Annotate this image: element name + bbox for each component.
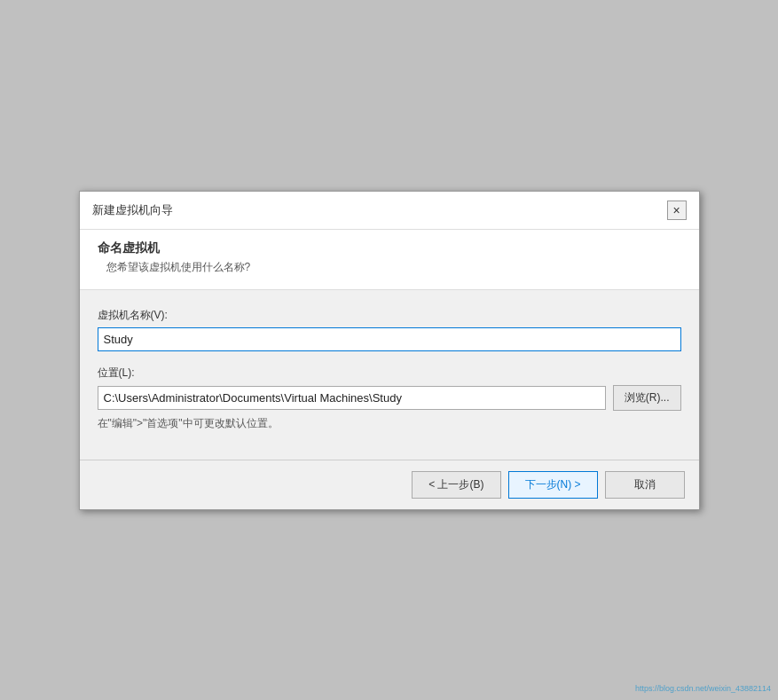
- cancel-button[interactable]: 取消: [605, 471, 685, 499]
- path-row: 浏览(R)...: [98, 385, 681, 411]
- vm-name-label: 虚拟机名称(V):: [98, 308, 681, 323]
- close-button[interactable]: ×: [667, 201, 687, 220]
- dialog-body: 虚拟机名称(V): 位置(L): 浏览(R)... 在"编辑">"首选项"中可更…: [80, 290, 699, 460]
- vm-name-group: 虚拟机名称(V):: [98, 308, 681, 351]
- dialog-overlay: 新建虚拟机向导 × 命名虚拟机 您希望该虚拟机使用什么名称? 虚拟机名称(V):…: [0, 0, 778, 700]
- next-button[interactable]: 下一步(N) >: [508, 471, 598, 499]
- watermark: https://blog.csdn.net/weixin_43882114: [635, 684, 771, 693]
- dialog-header: 命名虚拟机 您希望该虚拟机使用什么名称?: [80, 230, 699, 290]
- vm-name-input[interactable]: [98, 327, 681, 351]
- location-label: 位置(L):: [98, 366, 681, 381]
- new-vm-wizard-dialog: 新建虚拟机向导 × 命名虚拟机 您希望该虚拟机使用什么名称? 虚拟机名称(V):…: [79, 191, 700, 510]
- titlebar: 新建虚拟机向导 ×: [80, 192, 699, 230]
- location-input[interactable]: [98, 386, 606, 410]
- location-group: 位置(L): 浏览(R)... 在"编辑">"首选项"中可更改默认位置。: [98, 366, 681, 431]
- back-button[interactable]: < 上一步(B): [412, 471, 500, 499]
- header-subtitle: 您希望该虚拟机使用什么名称?: [106, 260, 681, 275]
- hint-text: 在"编辑">"首选项"中可更改默认位置。: [98, 416, 681, 431]
- dialog-title: 新建虚拟机向导: [92, 202, 173, 218]
- browse-button[interactable]: 浏览(R)...: [613, 385, 681, 411]
- dialog-footer: < 上一步(B) 下一步(N) > 取消: [80, 460, 699, 509]
- header-title: 命名虚拟机: [98, 240, 681, 256]
